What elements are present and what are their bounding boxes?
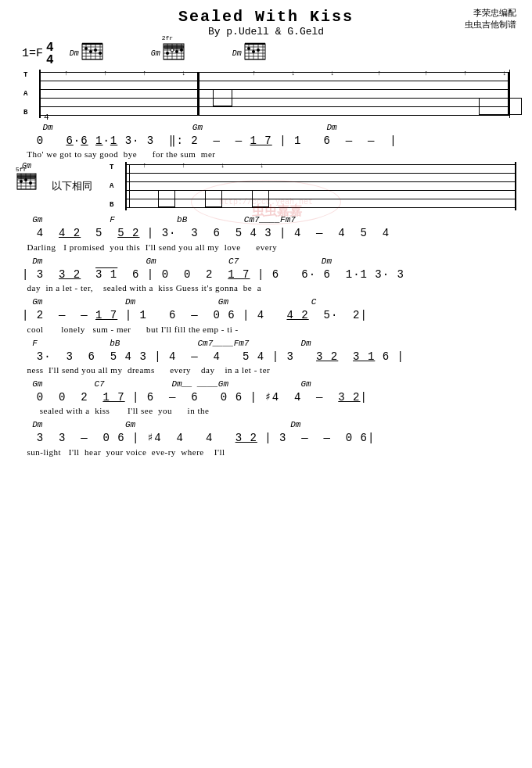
row5-lyrics: ness I'll send you all my dreams every d…: [22, 365, 510, 375]
title-section: Sealed With Kiss By p.Udell & G.Geld: [16, 8, 516, 38]
svg-point-41: [247, 47, 250, 50]
row7-notes: 3 3 — 0 6 | ♯4 4 4 3 2 | 3 — — 0 6|: [22, 429, 510, 447]
chord-dm-diagram: [81, 41, 104, 66]
row1-lyrics: Tho' we got to say good bye for the sum …: [22, 149, 510, 159]
svg-point-28: [175, 50, 178, 53]
tab-arrow10: ↑: [463, 70, 467, 77]
tab-arrow8: ↑: [377, 70, 381, 77]
row1-notes: 0 6·6 1·1 3· 3 ‖: 2 — — 1 7 | 1 6 — — |: [22, 132, 510, 149]
top-right-info: 李荣忠编配 虫虫吉他制谱: [465, 8, 516, 32]
row4-lyrics: cool lonely sum - mer but I'll fill the …: [22, 325, 510, 334]
tab-arrow3: ↑: [142, 70, 146, 77]
tab-arrow11: ↓: [502, 70, 506, 77]
row2-notes: 4 4 2 5 5 2 | 3· 3 6 5 4 3 | 4 — 4 5 4: [22, 224, 510, 242]
tab-arrow1: ↑: [64, 70, 68, 77]
row-4: Gm Dm Gm C | 2 — — 1 7 | 1 6 — 0 6 | 4 4…: [22, 297, 510, 333]
second-staff-row: Gm 5fr: [16, 162, 516, 210]
row2-chords: Gm F bB Cm7____Fm7: [22, 215, 510, 224]
row-7: Dm Gm Dm 3 3 — 0 6 | ♯4 4 4 3 2 | 3 — — …: [22, 420, 510, 456]
chord-dm-label: Dm: [70, 49, 79, 58]
row5-chords: F bB Cm7____Fm7 Dm: [22, 339, 510, 348]
row-2: Gm F bB Cm7____Fm7 4 4 2 5 5 2 | 3· 3 6 …: [22, 215, 510, 251]
chord-gm-diagram: 2fr: [162, 41, 185, 66]
tab-arrow7: ↓: [330, 70, 334, 77]
row-5: F bB Cm7____Fm7 Dm 3· 3 6 5 4 3 | 4 — 4 …: [22, 339, 510, 375]
svg-point-29: [180, 48, 183, 52]
main-title: Sealed With Kiss: [16, 8, 516, 26]
tab2-arrow2: ↑: [182, 162, 185, 170]
chord-dm2-label: Dm: [232, 49, 242, 58]
second-tab-staff: TAB ↑ ↑ ↓ ↓: [125, 162, 516, 210]
svg-point-56: [24, 178, 27, 181]
arranger-line2: 虫虫吉他制谱: [465, 20, 516, 31]
tab-arrow4: ↓: [182, 70, 185, 77]
svg-point-42: [252, 50, 255, 53]
row-1: Dm Gm Dm 0 6·6 1·1 3· 3 ‖: 2 — — 1 7 | 1…: [22, 123, 510, 159]
chord-dm2-diagram: [243, 41, 267, 66]
row-6: Gm C7 Dm__ ____Gm Gm 0 0 2 1 7 | 6 — 6 0…: [22, 379, 510, 415]
svg-point-26: [166, 52, 169, 55]
row7-chords: Dm Gm Dm: [22, 420, 510, 429]
tab2-box2: [205, 190, 222, 207]
second-chord-diagram: Gm 5fr: [16, 162, 38, 196]
svg-point-27: [171, 48, 174, 52]
row3-notes: | 3 3 2 3 1 6 | 0 0 2 1 7 | 6 6· 6 1·1 3…: [22, 266, 510, 283]
section-same-label: 以下相同: [52, 179, 92, 193]
svg-rect-25: [164, 45, 184, 49]
row3-lyrics: day in a let - ter, sealed with a kiss G…: [22, 283, 510, 292]
arranger-line1: 李荣忠编配: [465, 8, 516, 20]
second-staff-content: 以下相同 TAB ↑ ↑ ↓ ↓: [44, 162, 516, 210]
row6-notes: 0 0 2 1 7 | 6 — 6 0 6 | ♯4 4 — 3 2|: [22, 389, 510, 406]
row5-notes: 3· 3 6 5 4 3 | 4 — 4 5 4 | 3 3 2 3 1 6 |: [22, 348, 510, 365]
tab-arrow6: ↓: [291, 70, 295, 77]
tab-box2: [479, 98, 522, 115]
subtitle: By p.Udell & G.Geld: [16, 26, 516, 38]
tab-number-4: 4: [44, 113, 49, 122]
row6-lyrics: sealed with a kiss I'll see you in the: [22, 406, 510, 415]
row-3: Dm Gm C7 Dm | 3 3 2 3 1 6 | 0 0 2 1 7 | …: [22, 257, 510, 292]
tab2-arrow4: ↓: [260, 162, 264, 170]
tab-label: TAB: [23, 70, 27, 118]
row7-lyrics: sun-light I'll hear your voice eve-ry wh…: [22, 447, 510, 457]
time-sig-top: 4: [46, 41, 54, 54]
key-label: 1=F: [22, 47, 43, 60]
row4-chords: Gm Dm Gm C: [22, 297, 510, 307]
tab2-box1: [158, 190, 175, 207]
time-signature: 4 4: [46, 41, 54, 66]
tab-arrow5: ↑: [252, 70, 256, 77]
gm-small-diagram: 5fr: [16, 170, 38, 192]
row3-chords: Dm Gm C7 Dm: [22, 257, 510, 266]
key-time-row: 1=F 4 4 Dm: [22, 41, 510, 66]
svg-point-11: [84, 47, 88, 50]
svg-point-55: [20, 180, 23, 183]
svg-point-14: [99, 52, 102, 55]
tab2-arrow3: ↓: [221, 162, 225, 170]
svg-rect-54: [17, 174, 36, 179]
row2-lyrics: Darling I promised you this I'll send yo…: [22, 242, 510, 252]
svg-point-13: [94, 48, 97, 52]
tab2-arrow1: ↑: [142, 162, 146, 170]
page: Sealed With Kiss By p.Udell & G.Geld 李荣忠…: [0, 0, 532, 768]
row1-chords: Dm Gm Dm: [22, 123, 510, 132]
svg-point-43: [257, 48, 260, 52]
svg-point-12: [89, 50, 92, 53]
chord-gm-label: Gm: [151, 49, 160, 58]
tab-arrow9: ↑: [424, 70, 428, 77]
time-sig-bottom: 4: [46, 54, 54, 66]
row6-chords: Gm C7 Dm__ ____Gm Gm: [22, 379, 510, 389]
tab2-box3: [252, 190, 269, 207]
tab-box1: [213, 89, 232, 106]
row4-notes: | 2 — — 1 7 | 1 6 — 0 6 | 4 4 2 5· 2|: [22, 307, 510, 324]
tab-label-2: TAB: [110, 162, 113, 210]
first-tab-staff: TAB 4 ↑ ↑ ↑ ↓ ↑ ↓ ↓ ↑ ↑ ↑ ↓: [22, 70, 510, 118]
svg-point-57: [29, 181, 32, 185]
tab-arrow2: ↑: [103, 70, 107, 77]
